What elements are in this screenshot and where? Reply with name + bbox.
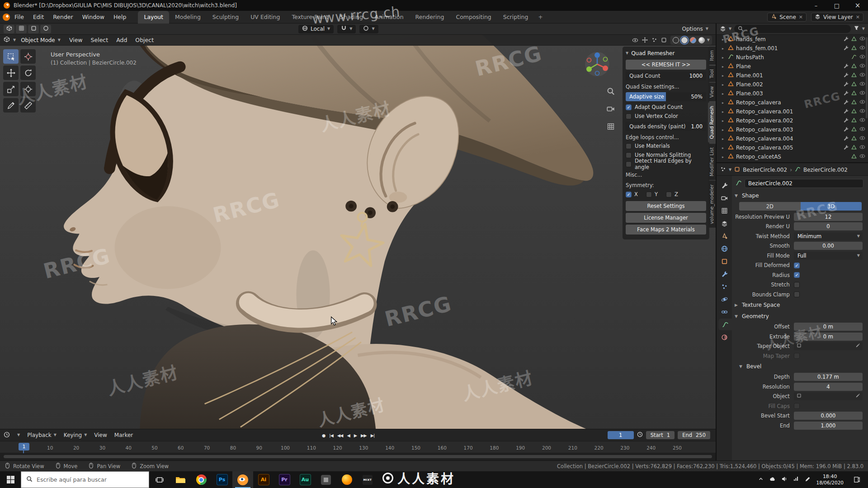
field-smooth[interactable]: 0.00 bbox=[794, 242, 863, 250]
properties-tab-particles[interactable] bbox=[717, 281, 732, 292]
field-extrude[interactable]: 0 m bbox=[794, 333, 863, 341]
workspace-tab-sculpting[interactable]: Sculpting bbox=[207, 11, 245, 23]
field-bevel-start[interactable]: 0.000 bbox=[794, 412, 863, 420]
quad-count-field[interactable]: Quad Count1000 bbox=[626, 71, 706, 80]
workspace-tab-compositing[interactable]: Compositing bbox=[450, 11, 497, 23]
sidebar-tab-tool[interactable]: Tool bbox=[708, 66, 716, 82]
tool-scale-button[interactable] bbox=[3, 82, 19, 96]
properties-tab-scene[interactable] bbox=[717, 230, 732, 242]
tool-transform-button[interactable] bbox=[20, 82, 36, 96]
properties-tab-tool[interactable] bbox=[717, 179, 732, 191]
quads-density-paint-field[interactable]: Quads density (paint)1.00 bbox=[626, 122, 706, 131]
view-layer-selector[interactable]: View Layer × bbox=[811, 13, 863, 22]
section-bevel[interactable]: ▼Bevel bbox=[739, 361, 866, 371]
expand-arrow-icon[interactable]: ▸ bbox=[722, 92, 726, 96]
checkbox-bounds-clamp[interactable] bbox=[794, 291, 800, 297]
tool-move-button[interactable] bbox=[3, 66, 19, 80]
jump-to-end-button[interactable]: ▶| bbox=[371, 433, 375, 438]
checkbox-fill-caps[interactable] bbox=[794, 403, 800, 409]
timeline-menu-view[interactable]: View bbox=[94, 432, 107, 438]
checkbox-radius[interactable]: ✓ bbox=[794, 272, 800, 278]
section-texture-space[interactable]: ▶Texture Space bbox=[735, 300, 866, 310]
license-manager-button[interactable]: License Manager bbox=[626, 213, 706, 223]
mode-dropdown[interactable]: Object Mode▼ bbox=[19, 37, 62, 43]
tool-mode-toggle-4[interactable] bbox=[40, 25, 51, 33]
quad-remesher-panel-header[interactable]: ▼ Quad Remesher bbox=[626, 49, 706, 58]
remesh-it-button[interactable]: << REMESH IT >> bbox=[626, 60, 706, 70]
timeline-menu-keying[interactable]: Keying▼ bbox=[64, 432, 87, 438]
visibility-eye-icon[interactable] bbox=[859, 126, 865, 133]
adaptive-size-slider[interactable]: Adaptive size50% bbox=[626, 92, 706, 101]
symmetry-x-checkbox[interactable]: ✓X bbox=[626, 190, 638, 199]
taskbar-app-chrome[interactable] bbox=[191, 471, 212, 488]
use-materials-checkbox[interactable]: Use Materials bbox=[626, 141, 706, 150]
properties-tab-object-data[interactable] bbox=[718, 319, 732, 330]
timeline-editor-icon[interactable] bbox=[4, 432, 10, 439]
toggle-option-3d[interactable]: 3D bbox=[801, 202, 862, 211]
filter-icon[interactable] bbox=[854, 25, 859, 33]
outliner-row-retopo-calavera-004[interactable]: ▸Retopo_calavera.004 bbox=[717, 134, 868, 143]
outliner-row-plane-001[interactable]: ▸Plane.001 bbox=[717, 71, 868, 80]
current-frame-marker[interactable]: 1 bbox=[19, 443, 29, 450]
checkbox-box[interactable] bbox=[626, 152, 632, 158]
menu-edit[interactable]: Edit bbox=[28, 11, 48, 23]
visibility-eye-icon[interactable] bbox=[859, 36, 865, 43]
checkbox-map-taper[interactable] bbox=[794, 353, 800, 359]
timeline-menu-marker[interactable]: Marker bbox=[114, 432, 133, 438]
object-field-taper-object[interactable] bbox=[794, 342, 863, 350]
checkbox-box[interactable] bbox=[666, 192, 672, 197]
expand-arrow-icon[interactable]: ▸ bbox=[722, 56, 726, 60]
taskbar-app-file-explorer[interactable] bbox=[170, 471, 191, 488]
tray-speaker-icon[interactable] bbox=[781, 476, 788, 483]
menu-window[interactable]: Window bbox=[78, 11, 109, 23]
toggle-option-2d[interactable]: 2D bbox=[739, 202, 801, 211]
menu-help[interactable]: Help bbox=[109, 11, 131, 23]
stopwatch-icon[interactable] bbox=[637, 432, 643, 439]
visibility-eye-icon[interactable] bbox=[859, 63, 865, 70]
tool-mode-toggle-1[interactable] bbox=[4, 25, 14, 33]
workspace-tab-layout[interactable]: Layout bbox=[138, 11, 169, 23]
shading-dropdown-icon[interactable]: ▼ bbox=[707, 38, 710, 42]
auto-keyframe-button[interactable]: ● bbox=[322, 433, 325, 438]
properties-tab-world[interactable] bbox=[717, 243, 732, 254]
start-frame-field[interactable]: Start1 bbox=[646, 431, 675, 439]
play-button[interactable]: ▶ bbox=[354, 433, 357, 438]
blender-logo-icon[interactable] bbox=[3, 14, 10, 21]
outliner-row-retopo-calavera-002[interactable]: ▸Retopo_calavera.002 bbox=[717, 116, 868, 125]
outliner-row-retopo-calavera-001[interactable]: ▸Retopo_calavera.001 bbox=[717, 107, 868, 116]
outliner-row-hands-fem-001[interactable]: ▸hands_fem.001 bbox=[717, 44, 868, 53]
workspace-tab-modeling[interactable]: Modeling bbox=[169, 11, 207, 23]
object-field-object[interactable] bbox=[794, 392, 863, 400]
tool-rotate-button[interactable] bbox=[20, 66, 36, 80]
tool-mode-toggle-3[interactable] bbox=[28, 25, 39, 33]
sidebar-tab-item[interactable]: Item bbox=[708, 47, 716, 65]
timeline-menu-playback[interactable]: Playback▼ bbox=[27, 432, 57, 438]
outliner-scrollbar[interactable] bbox=[866, 37, 868, 118]
checkbox-box[interactable]: ✓ bbox=[626, 192, 632, 197]
eyedropper-icon[interactable] bbox=[855, 393, 860, 399]
options-dropdown[interactable]: Options▼ bbox=[682, 26, 708, 32]
expand-arrow-icon[interactable]: ▸ bbox=[722, 155, 726, 159]
visibility-eye-icon[interactable] bbox=[859, 144, 865, 151]
proportional-edit-dropdown[interactable]: ▼ bbox=[359, 25, 378, 33]
field-resolution[interactable]: 4 bbox=[794, 383, 863, 391]
visibility-eye-icon[interactable] bbox=[859, 81, 865, 88]
tool-measure-button[interactable] bbox=[20, 98, 36, 113]
tray-pen-icon[interactable] bbox=[805, 476, 811, 483]
tray-chevron-up-icon[interactable] bbox=[758, 476, 764, 483]
outliner-row-plane-003[interactable]: ▸Plane.003 bbox=[717, 89, 868, 98]
field-render-u[interactable]: 0 bbox=[794, 222, 863, 230]
checkbox-box[interactable]: ✓ bbox=[626, 104, 632, 110]
taskbar-app-firefox[interactable] bbox=[336, 471, 357, 488]
workspace-tab-animation[interactable]: Animation bbox=[369, 11, 410, 23]
use-vertex-color-checkbox[interactable]: Use Vertex Color bbox=[626, 112, 706, 121]
expand-arrow-icon[interactable]: ▸ bbox=[722, 110, 726, 114]
expand-arrow-icon[interactable]: ▸ bbox=[722, 146, 726, 150]
menu-render[interactable]: Render bbox=[48, 11, 78, 23]
viewport-menu-select[interactable]: Select bbox=[87, 35, 112, 45]
sidebar-tab-quad-remesh[interactable]: Quad Remesh bbox=[708, 102, 716, 142]
expand-arrow-icon[interactable]: ▸ bbox=[722, 83, 726, 87]
snap-toggle[interactable]: ▼ bbox=[337, 25, 356, 33]
solid-shading-button[interactable] bbox=[681, 37, 688, 43]
taskbar-search-input[interactable]: Escribe aquí para buscar bbox=[21, 471, 149, 488]
